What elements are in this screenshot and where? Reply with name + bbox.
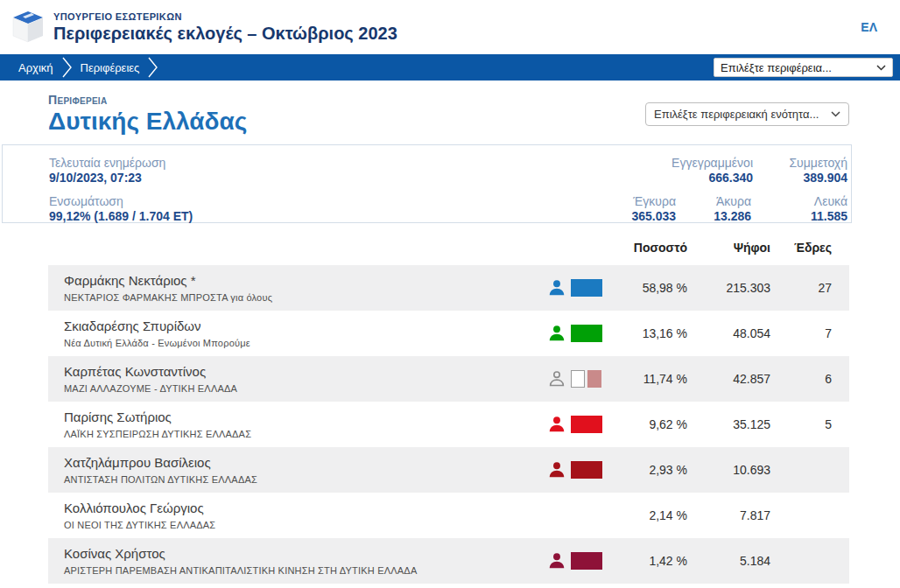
candidate-row[interactable]: Κοσίνας Χρήστος ΑΡΙΣΤΕΡΗ ΠΑΡΕΜΒΑΣΗ ΑΝΤΙΚ… bbox=[48, 538, 849, 584]
candidate-row[interactable]: Παρίσης Σωτήριος ΛΑΪΚΗ ΣΥΣΠΕΙΡΩΣΗ ΔΥΤΙΚΗ… bbox=[48, 402, 849, 447]
candidate-cell: Παρίσης Σωτήριος ΛΑΪΚΗ ΣΥΣΠΕΙΡΩΣΗ ΔΥΤΙΚΗ… bbox=[64, 410, 547, 439]
registered-stat: Εγγεγραμμένοι 666.340 bbox=[671, 155, 753, 186]
party-name: ΜΑΖΙ ΑΛΛΑΖΟΥΜΕ - ΔΥΤΙΚΗ ΕΛΛΑΔΑ bbox=[64, 383, 547, 394]
regional-unit-select[interactable]: Επιλέξτε περιφερειακή ενότητα... bbox=[645, 102, 849, 126]
party-icon-cell bbox=[547, 369, 608, 388]
percent-value: 2,93 % bbox=[608, 463, 687, 477]
blank-label: Λευκά bbox=[774, 193, 847, 209]
results-table-header: Ποσοστό Ψήφοι Έδρες bbox=[48, 230, 849, 265]
integration-value: 99,12% (1.689 / 1.704 ΕΤ) bbox=[49, 209, 193, 224]
registered-value: 666.340 bbox=[671, 171, 753, 186]
chevron-down-icon bbox=[876, 65, 886, 71]
last-update-stat: Τελευταία ενημέρωση 9/10/2023, 07:23 bbox=[49, 155, 193, 186]
percent-value: 58,98 % bbox=[608, 281, 687, 295]
header-titles: ΥΠΟΥΡΓΕΙΟ ΕΣΩΤΕΡΙΚΩΝ Περιφερειακές εκλογ… bbox=[53, 11, 397, 44]
party-color-swatch bbox=[571, 552, 602, 570]
candidate-row[interactable]: Χατζηλάμπρου Βασίλειος ΑΝΤΙΣΤΑΣΗ ΠΟΛΙΤΩΝ… bbox=[48, 447, 849, 493]
breadcrumb-chevron-icon bbox=[147, 57, 158, 78]
party-color-swatch bbox=[587, 370, 601, 388]
votes-value: 7.817 bbox=[687, 508, 770, 522]
candidate-row[interactable]: Σκιαδαρέσης Σπυρίδων Νέα Δυτική Ελλάδα -… bbox=[48, 311, 849, 356]
breadcrumb-home[interactable]: Αρχική bbox=[18, 61, 53, 74]
candidate-name: Καρπέτας Κωνσταντίνος bbox=[64, 364, 547, 380]
stats-bar: Τελευταία ενημέρωση 9/10/2023, 07:23 Ενσ… bbox=[2, 144, 852, 223]
invalid-stat: Άκυρα 13.286 bbox=[699, 193, 751, 224]
party-icon-cell bbox=[547, 278, 608, 298]
regional-unit-select-value: Επιλέξτε περιφερειακή ενότητα... bbox=[654, 108, 819, 121]
chevron-down-icon bbox=[831, 111, 840, 117]
candidate-cell: Κολλιόπουλος Γεώργιος ΟΙ ΝΕΟΙ ΤΗΣ ΔΥΤΙΚΗ… bbox=[64, 500, 547, 530]
region-heading: Περιφερεια Δυτικής Ελλάδας bbox=[48, 93, 247, 136]
party-color-swatches bbox=[571, 325, 602, 342]
stats-row-1: Εγγεγραμμένοι 666.340 Συμμετοχή 389.904 bbox=[631, 155, 847, 186]
person-filled-icon bbox=[547, 415, 566, 434]
party-color-swatch bbox=[571, 461, 602, 479]
candidate-name: Παρίσης Σωτήριος bbox=[64, 410, 547, 425]
percent-value: 2,14 % bbox=[608, 508, 687, 522]
valid-label: Έγκυρα bbox=[631, 193, 676, 209]
party-color-swatches bbox=[571, 279, 602, 297]
person-filled-icon bbox=[547, 324, 566, 343]
breadcrumb-chevron-icon bbox=[61, 57, 73, 78]
party-name: Νέα Δυτική Ελλάδα - Ενωμένοι Μπορούμε bbox=[64, 338, 547, 348]
candidate-row[interactable]: Κολλιόπουλος Γεώργιος ΟΙ ΝΕΟΙ ΤΗΣ ΔΥΤΙΚΗ… bbox=[48, 493, 849, 538]
last-update-label: Τελευταία ενημέρωση bbox=[49, 155, 193, 171]
page-title: Δυτικής Ελλάδας bbox=[48, 108, 247, 136]
party-name: ΑΡΙΣΤΕΡΗ ΠΑΡΕΜΒΑΣΗ ΑΝΤΙΚΑΠΙΤΑΛΙΣΤΙΚΗ ΚΙΝ… bbox=[64, 565, 547, 576]
person-outline-icon bbox=[547, 369, 566, 388]
candidate-name: Φαρμάκης Νεκτάριος * bbox=[64, 273, 547, 289]
candidate-row[interactable]: Φαρμάκης Νεκτάριος * ΝΕΚΤΑΡΙΟΣ ΦΑΡΜΑΚΗΣ … bbox=[48, 265, 849, 311]
valid-stat: Έγκυρα 365.033 bbox=[631, 193, 676, 224]
person-filled-icon bbox=[547, 551, 566, 570]
votes-value: 48.054 bbox=[687, 326, 770, 340]
stats-row-2: Έγκυρα 365.033 Άκυρα 13.286 Λευκά 11.585 bbox=[631, 193, 847, 224]
percent-value: 1,42 % bbox=[608, 554, 687, 568]
party-name: ΑΝΤΙΣΤΑΣΗ ΠΟΛΙΤΩΝ ΔΥΤΙΚΗΣ ΕΛΛΑΔΑΣ bbox=[64, 474, 547, 485]
person-filled-icon bbox=[547, 278, 566, 298]
party-name: ΛΑΪΚΗ ΣΥΣΠΕΙΡΩΣΗ ΔΥΤΙΚΗΣ ΕΛΛΑΔΑΣ bbox=[64, 429, 547, 439]
candidate-name: Κοσίνας Χρήστος bbox=[64, 546, 547, 562]
party-icon-cell bbox=[547, 324, 608, 343]
votes-value: 35.125 bbox=[687, 417, 770, 431]
person-filled-icon bbox=[547, 460, 566, 480]
blank-value: 11.585 bbox=[774, 209, 847, 224]
party-color-swatches bbox=[571, 370, 601, 388]
candidate-name: Χατζηλάμπρου Βασίλειος bbox=[64, 455, 547, 471]
seats-value: 6 bbox=[770, 372, 832, 386]
party-color-swatches bbox=[571, 552, 602, 570]
party-color-swatch bbox=[571, 279, 602, 297]
votes-value: 5.184 bbox=[687, 554, 770, 568]
ministry-name: ΥΠΟΥΡΓΕΙΟ ΕΣΩΤΕΡΙΚΩΝ bbox=[53, 11, 397, 22]
integration-label: Ενσωμάτωση bbox=[49, 193, 193, 209]
ballot-box-icon bbox=[11, 10, 46, 45]
stats-right: Εγγεγραμμένοι 666.340 Συμμετοχή 389.904 … bbox=[631, 155, 847, 222]
candidate-cell: Χατζηλάμπρου Βασίλειος ΑΝΤΙΣΤΑΣΗ ΠΟΛΙΤΩΝ… bbox=[64, 455, 547, 485]
breadcrumb-regions[interactable]: Περιφέρειες bbox=[81, 61, 140, 74]
column-header-seats: Έδρες bbox=[770, 241, 832, 255]
percent-value: 13,16 % bbox=[608, 326, 687, 340]
candidate-row[interactable]: Καρπέτας Κωνσταντίνος ΜΑΖΙ ΑΛΛΑΖΟΥΜΕ - Δ… bbox=[48, 356, 849, 402]
party-color-swatch bbox=[571, 416, 602, 433]
column-header-percent: Ποσοστό bbox=[608, 241, 687, 255]
party-name: ΝΕΚΤΑΡΙΟΣ ΦΑΡΜΑΚΗΣ ΜΠΡΟΣΤΑ για όλους bbox=[64, 292, 547, 303]
turnout-label: Συμμετοχή bbox=[776, 155, 847, 171]
candidate-cell: Φαρμάκης Νεκτάριος * ΝΕΚΤΑΡΙΟΣ ΦΑΡΜΑΚΗΣ … bbox=[64, 273, 547, 303]
valid-value: 365.033 bbox=[631, 209, 676, 224]
registered-label: Εγγεγραμμένοι bbox=[671, 155, 753, 171]
blank-stat: Λευκά 11.585 bbox=[774, 193, 847, 224]
party-color-swatch bbox=[571, 325, 602, 342]
turnout-value: 389.904 bbox=[776, 171, 847, 186]
party-color-swatch bbox=[571, 370, 585, 388]
party-icon-cell bbox=[547, 415, 608, 434]
seats-value: 27 bbox=[770, 281, 832, 295]
candidate-name: Κολλιόπουλος Γεώργιος bbox=[64, 500, 547, 516]
candidate-name: Σκιαδαρέσης Σπυρίδων bbox=[64, 318, 547, 334]
language-switcher[interactable]: ΕΛ bbox=[855, 17, 882, 38]
region-heading-section: Περιφερεια Δυτικής Ελλάδας Επιλέξτε περι… bbox=[0, 80, 900, 144]
results-table: Ποσοστό Ψήφοι Έδρες Φαρμάκης Νεκτάριος *… bbox=[48, 230, 849, 584]
region-select[interactable]: Επιλέξτε περιφέρεια... bbox=[714, 58, 893, 77]
turnout-stat: Συμμετοχή 389.904 bbox=[776, 155, 847, 186]
party-name: ΟΙ ΝΕΟΙ ΤΗΣ ΔΥΤΙΚΗΣ ΕΛΛΑΔΑΣ bbox=[64, 520, 547, 530]
candidate-cell: Σκιαδαρέσης Σπυρίδων Νέα Δυτική Ελλάδα -… bbox=[64, 318, 547, 348]
votes-value: 215.303 bbox=[687, 281, 770, 295]
